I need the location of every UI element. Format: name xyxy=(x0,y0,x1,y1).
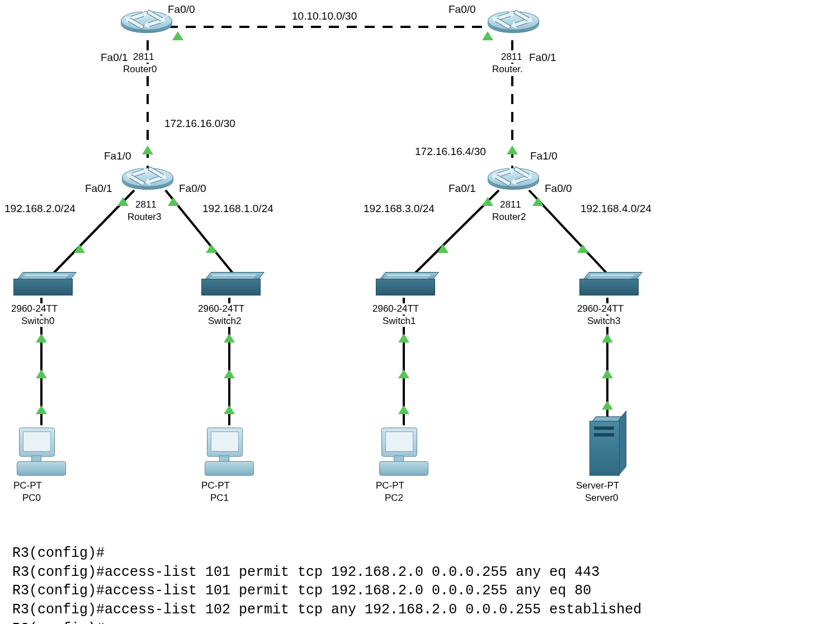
link-up-icon xyxy=(206,244,217,253)
interface-label: Fa0/1 xyxy=(528,51,558,64)
interface-label: Fa0/0 xyxy=(167,3,196,16)
device-model: 2960-24TT xyxy=(576,303,625,315)
device-name: Router. xyxy=(491,64,524,75)
device-model: 2811 xyxy=(132,51,155,63)
link-up-icon xyxy=(142,146,153,154)
device-name: Switch2 xyxy=(207,316,243,327)
link-up-icon xyxy=(532,197,544,206)
link-up-icon xyxy=(168,197,179,206)
device-model: PC-PT xyxy=(12,480,43,491)
subnet-label: 172.16.16.0/30 xyxy=(163,118,237,130)
cli-line: R3(config)#access-list 101 permit tcp 19… xyxy=(12,583,591,599)
link-up-icon xyxy=(602,401,613,410)
link-up-icon xyxy=(482,197,493,206)
server0-icon[interactable] xyxy=(589,416,626,475)
link-up-icon xyxy=(507,146,518,154)
link-up-icon xyxy=(36,369,47,378)
link-up-icon xyxy=(398,405,409,414)
router1-icon[interactable] xyxy=(488,11,538,38)
link-up-icon xyxy=(36,334,47,343)
router3-icon[interactable] xyxy=(122,168,172,195)
cli-line: R3(config)# xyxy=(12,545,105,561)
link-up-icon xyxy=(224,334,235,343)
device-model: 2960-24TT xyxy=(10,303,59,315)
subnet-label: 172.16.16.4/30 xyxy=(414,146,487,158)
cli-line: R3(config)#access-list 101 permit tcp 19… xyxy=(12,564,600,580)
link-up-icon xyxy=(602,334,613,343)
cli-line: R3(config)#access-list 102 permit tcp an… xyxy=(12,602,641,618)
router2-icon[interactable] xyxy=(488,168,538,195)
device-name: Router2 xyxy=(491,212,527,223)
cli-output: R3(config)# R3(config)#access-list 101 p… xyxy=(12,525,641,624)
interface-label: Fa1/0 xyxy=(529,150,559,162)
interface-label: Fa0/1 xyxy=(84,182,114,195)
device-name: Router3 xyxy=(126,212,162,223)
interface-label: Fa0/1 xyxy=(447,182,477,195)
interface-label: Fa0/0 xyxy=(447,3,477,16)
subnet-label: 192.168.1.0/24 xyxy=(201,203,275,215)
link-up-icon xyxy=(224,369,235,378)
device-name: Switch1 xyxy=(381,316,417,327)
switch3-icon[interactable] xyxy=(579,272,638,298)
interface-label: Fa0/1 xyxy=(100,51,129,64)
switch0-icon[interactable] xyxy=(13,272,72,298)
device-model: 2960-24TT xyxy=(371,303,420,315)
link-up-icon xyxy=(602,369,613,378)
link-up-icon xyxy=(437,244,449,253)
interface-label: Fa0/0 xyxy=(544,182,573,195)
link-up-icon xyxy=(172,31,183,40)
device-name: PC2 xyxy=(384,492,404,504)
link-up-icon xyxy=(577,244,588,253)
router0-icon[interactable] xyxy=(121,11,171,38)
device-model: 2960-24TT xyxy=(197,303,246,315)
link-up-icon xyxy=(398,334,409,343)
subnet-label: 192.168.4.0/24 xyxy=(579,203,653,215)
device-model: Server-PT xyxy=(575,480,620,491)
device-name: Router0 xyxy=(122,64,158,75)
subnet-label: 192.168.2.0/24 xyxy=(3,203,77,215)
pc0-icon[interactable] xyxy=(17,428,67,478)
interface-label: Fa0/0 xyxy=(178,182,207,195)
device-name: Server0 xyxy=(584,492,620,504)
device-model: PC-PT xyxy=(375,480,405,491)
link-up-icon xyxy=(117,197,129,206)
device-model: 2811 xyxy=(134,199,158,210)
link-up-icon xyxy=(398,369,409,378)
packet-tracer-canvas: Fa0/0 10.10.10.0/30 Fa0/0 Fa0/1 2811 Rou… xyxy=(0,0,840,624)
pc1-icon[interactable] xyxy=(205,428,255,478)
link-up-icon xyxy=(74,244,85,253)
device-name: Switch3 xyxy=(586,316,622,327)
interface-label: Fa1/0 xyxy=(103,150,133,162)
subnet-label: 192.168.3.0/24 xyxy=(362,203,436,215)
device-model: 2811 xyxy=(499,199,522,210)
cli-line: R3(config)# xyxy=(12,621,105,624)
pc2-icon[interactable] xyxy=(379,428,430,478)
subnet-label: 10.10.10.0/30 xyxy=(291,10,358,22)
switch2-icon[interactable] xyxy=(201,272,259,298)
link-up-icon xyxy=(224,405,235,414)
device-model: PC-PT xyxy=(200,480,231,491)
device-name: PC1 xyxy=(209,492,230,504)
device-model: 2811 xyxy=(500,51,523,63)
device-name: Switch0 xyxy=(20,316,56,327)
switch1-icon[interactable] xyxy=(376,272,434,298)
device-name: PC0 xyxy=(21,492,42,504)
link-up-icon xyxy=(36,405,47,414)
